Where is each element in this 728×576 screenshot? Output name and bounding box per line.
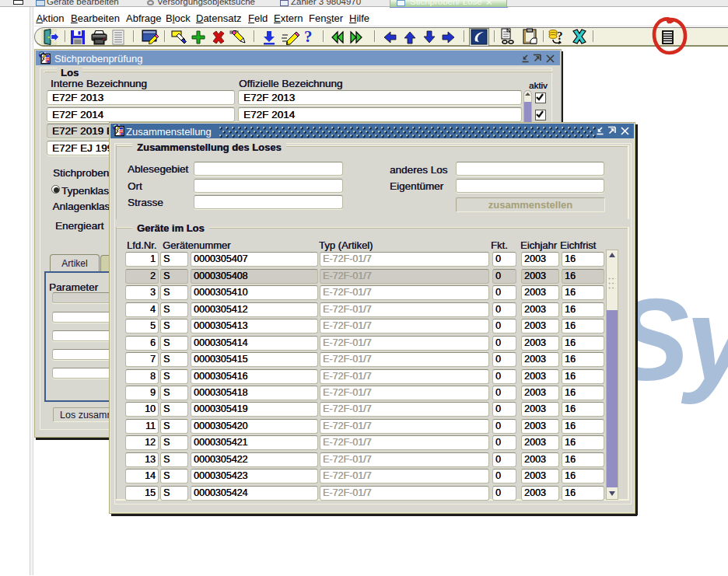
svg-text:?: ? — [304, 28, 313, 45]
svg-text:?: ? — [557, 30, 563, 42]
